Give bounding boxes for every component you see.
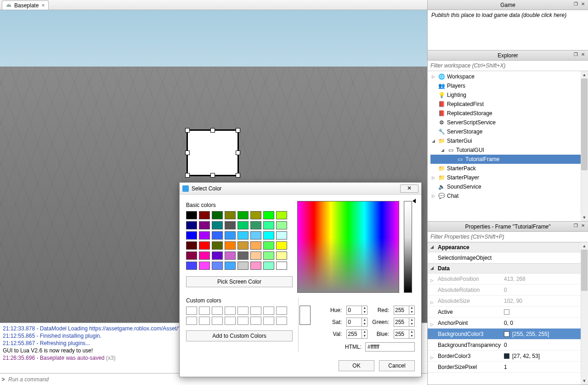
red-input[interactable]: ▲▼ [394, 306, 415, 315]
resize-handle[interactable] [185, 173, 190, 178]
basic-color-cell[interactable] [199, 241, 210, 250]
ok-button[interactable]: OK [339, 360, 374, 371]
basic-color-cell[interactable] [212, 231, 223, 240]
custom-color-cell[interactable] [276, 317, 287, 325]
prop-section[interactable]: ◢Data [428, 263, 588, 273]
scroll-down-icon[interactable]: ▼ [581, 214, 588, 221]
tree-item-tutorialgui[interactable]: ◢▭TutorialGUI [430, 145, 588, 155]
checkbox[interactable] [504, 309, 509, 315]
prop-row-backgroundcolor3[interactable]: ▷BackgroundColor3[255, 255, 255] [428, 329, 588, 340]
basic-color-cell[interactable] [276, 211, 287, 219]
basic-color-cell[interactable] [225, 241, 236, 250]
prop-row-active[interactable]: Active [428, 307, 588, 318]
dialog-close-button[interactable]: ✕ [400, 184, 418, 193]
tree-item-replicatedfirst[interactable]: 📕ReplicatedFirst [430, 100, 588, 109]
custom-color-cell[interactable] [263, 317, 274, 325]
dialog-titlebar[interactable]: Select Color ✕ [180, 183, 421, 195]
prop-row-anchorpoint[interactable]: ▷AnchorPoint0, 0 [428, 318, 588, 329]
basic-color-cell[interactable] [263, 211, 274, 219]
expand-arrow-icon[interactable]: ▷ [430, 322, 434, 327]
expand-arrow-icon[interactable]: ◢ [430, 139, 436, 143]
basic-color-cell[interactable] [250, 241, 261, 250]
basic-color-cell[interactable] [276, 262, 287, 270]
resize-handle[interactable] [236, 173, 240, 178]
basic-color-cell[interactable] [199, 251, 210, 260]
basic-color-cell[interactable] [237, 241, 249, 250]
tree-item-starterpack[interactable]: 📁StarterPack [430, 164, 588, 173]
basic-color-cell[interactable] [250, 221, 261, 229]
resize-handle[interactable] [236, 128, 240, 133]
basic-color-cell[interactable] [250, 231, 261, 240]
tree-item-serverscriptservice[interactable]: ⚙ServerScriptService [430, 118, 588, 127]
spin-up-icon[interactable]: ▲ [409, 318, 414, 322]
scrollbar[interactable]: ▲ ▼ [581, 71, 588, 221]
tree-item-lighting[interactable]: 💡Lighting [430, 90, 588, 100]
basic-color-cell[interactable] [237, 231, 249, 240]
basic-color-cell[interactable] [199, 262, 210, 270]
expand-arrow-icon[interactable]: ▷ [430, 194, 436, 198]
tree-item-soundservice[interactable]: 🔈SoundService [430, 182, 588, 191]
basic-color-cell[interactable] [186, 241, 197, 250]
tree-item-workspace[interactable]: ▷🌐Workspace [430, 72, 588, 81]
basic-color-cell[interactable] [225, 262, 236, 270]
expand-arrow-icon[interactable]: ▷ [430, 300, 434, 305]
expand-arrow-icon[interactable]: ▷ [430, 333, 434, 338]
basic-color-cell[interactable] [237, 211, 249, 219]
basic-color-cell[interactable] [212, 211, 223, 219]
basic-color-cell[interactable] [186, 211, 197, 219]
basic-color-cell[interactable] [276, 251, 287, 260]
undock-icon[interactable]: ❐ [572, 52, 579, 58]
scrollbar[interactable]: ▲ ▼ [581, 242, 588, 385]
game-panel-hint[interactable]: Publish this place to load game data (do… [428, 10, 588, 50]
spin-up-icon[interactable]: ▲ [409, 330, 414, 334]
basic-color-cell[interactable] [237, 262, 249, 270]
undock-icon[interactable]: ❐ [572, 1, 579, 8]
custom-color-cell[interactable] [263, 307, 274, 315]
prop-row-bordersizepixel[interactable]: BorderSizePixel1 [428, 362, 588, 373]
spin-down-icon[interactable]: ▼ [409, 322, 414, 326]
value-pointer-icon[interactable] [413, 199, 416, 203]
spin-down-icon[interactable]: ▼ [409, 310, 414, 314]
expand-arrow-icon[interactable]: ◢ [440, 148, 445, 152]
scroll-thumb[interactable] [581, 250, 588, 291]
basic-color-cell[interactable] [225, 251, 236, 260]
basic-color-cell[interactable] [186, 262, 197, 270]
basic-color-cell[interactable] [250, 251, 261, 260]
scroll-down-icon[interactable]: ▼ [581, 377, 588, 385]
basic-color-cell[interactable] [212, 241, 223, 250]
basic-color-cell[interactable] [225, 221, 236, 229]
prop-row-bordercolor3[interactable]: ▷BorderColor3[27, 42, 53] [428, 351, 588, 362]
basic-color-cell[interactable] [263, 231, 274, 240]
basic-color-cell[interactable] [212, 221, 223, 229]
html-input[interactable] [365, 342, 415, 352]
basic-color-cell[interactable] [186, 231, 197, 240]
document-tab[interactable]: Baseplate × [2, 0, 49, 10]
basic-color-cell[interactable] [186, 251, 197, 260]
spin-up-icon[interactable]: ▲ [362, 306, 367, 310]
basic-color-cell[interactable] [212, 251, 223, 260]
custom-color-cell[interactable] [276, 307, 287, 315]
spin-down-icon[interactable]: ▼ [362, 322, 367, 326]
close-icon[interactable]: ✕ [580, 1, 586, 8]
expand-arrow-icon[interactable]: ▷ [430, 278, 434, 283]
custom-color-cell[interactable] [225, 317, 236, 325]
scroll-thumb[interactable] [581, 78, 588, 170]
tree-item-chat[interactable]: ▷💬Chat [430, 191, 588, 201]
custom-color-cell[interactable] [250, 317, 261, 325]
custom-color-cell[interactable] [250, 307, 261, 315]
basic-color-cell[interactable] [225, 211, 236, 219]
resize-handle[interactable] [185, 151, 190, 155]
cancel-button[interactable]: Cancel [379, 360, 415, 371]
basic-color-cell[interactable] [263, 251, 274, 260]
properties-filter-input[interactable] [428, 232, 588, 242]
tree-item-players[interactable]: 👥Players [430, 81, 588, 90]
basic-color-cell[interactable] [199, 231, 210, 240]
custom-color-cell[interactable] [212, 317, 223, 325]
expand-arrow-icon[interactable]: ▷ [430, 175, 436, 180]
custom-color-cell[interactable] [199, 307, 210, 315]
value-slider[interactable] [404, 201, 412, 293]
undock-icon[interactable]: ❐ [572, 223, 579, 229]
color-field[interactable] [297, 201, 399, 293]
expand-arrow-icon[interactable]: ▷ [430, 74, 436, 79]
scroll-up-icon[interactable]: ▲ [581, 242, 588, 250]
